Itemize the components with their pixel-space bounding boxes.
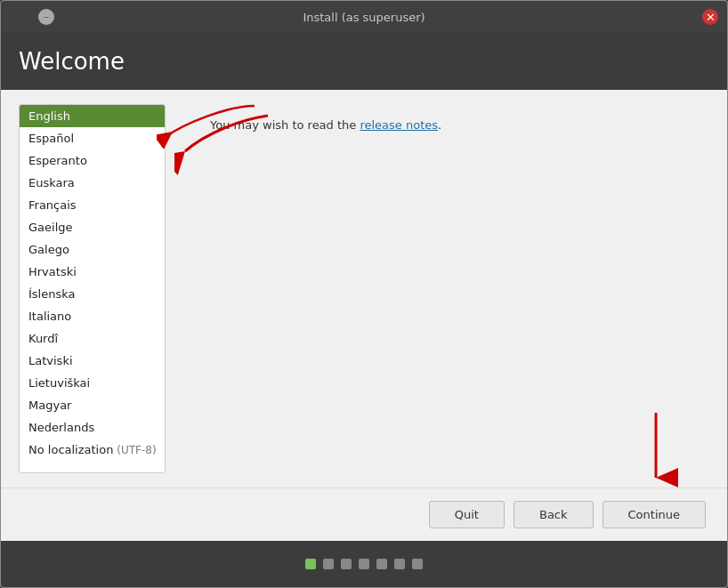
language-item-espanol[interactable]: Español — [20, 127, 165, 149]
back-button[interactable]: Back — [514, 501, 594, 528]
language-item-magyar[interactable]: Magyar — [20, 394, 165, 416]
quit-button[interactable]: Quit — [429, 501, 505, 528]
progress-dot-5 — [394, 559, 405, 569]
main-content: EnglishEspañolEsperantoEuskaraFrançaisGa… — [1, 90, 727, 541]
minimize-button[interactable]: − — [38, 9, 54, 25]
close-button[interactable]: ✕ — [702, 9, 718, 25]
language-item-gaeilge[interactable]: Gaeilge — [20, 216, 165, 238]
language-item-nederlands[interactable]: Nederlands — [20, 416, 165, 439]
language-item-galego[interactable]: Galego — [20, 238, 165, 261]
progress-dot-0 — [305, 559, 316, 569]
progress-dot-6 — [412, 559, 423, 569]
language-item-latviski[interactable]: Latviski — [20, 350, 165, 372]
titlebar: − Install (as superuser) ✕ — [1, 1, 727, 33]
language-item-francais[interactable]: Français — [20, 194, 165, 216]
content-area: EnglishEspañolEsperantoEuskaraFrançaisGa… — [1, 90, 727, 487]
language-item-no-localization[interactable]: No localization (UTF-8) — [20, 439, 165, 461]
release-notes-link[interactable]: release notes — [360, 118, 438, 132]
button-bar: Quit Back Continue — [1, 487, 727, 541]
language-list[interactable]: EnglishEspañolEsperantoEuskaraFrançaisGa… — [19, 104, 166, 473]
progress-dot-1 — [323, 559, 334, 569]
footer-dots — [1, 541, 727, 587]
language-item-hrvatski[interactable]: Hrvatski — [20, 261, 165, 283]
language-item-english[interactable]: English — [20, 105, 165, 127]
language-item-lietuviska[interactable]: Lietuviškai — [20, 372, 165, 394]
language-item-italiano[interactable]: Italiano — [20, 305, 165, 327]
release-notes-suffix: . — [438, 118, 441, 132]
installer-window: − Install (as superuser) ✕ Welcome Engli… — [0, 0, 728, 588]
window-title: Install (as superuser) — [54, 11, 674, 24]
language-item-kurdi[interactable]: Kurdî — [20, 327, 165, 350]
annotation-arrow-left — [157, 97, 272, 168]
right-panel: You may wish to read the release notes. — [183, 104, 709, 473]
language-item-esperanto[interactable]: Esperanto — [20, 149, 165, 172]
progress-dot-4 — [376, 559, 387, 569]
header-bar: Welcome — [1, 33, 727, 90]
progress-dot-2 — [341, 559, 352, 569]
progress-dot-3 — [359, 559, 369, 569]
language-item-euskara[interactable]: Euskara — [20, 172, 165, 194]
continue-button[interactable]: Continue — [603, 501, 706, 528]
page-title: Welcome — [19, 48, 125, 75]
language-item-islenska[interactable]: Íslenska — [20, 283, 165, 305]
release-notes-text: You may wish to read the — [210, 118, 360, 132]
